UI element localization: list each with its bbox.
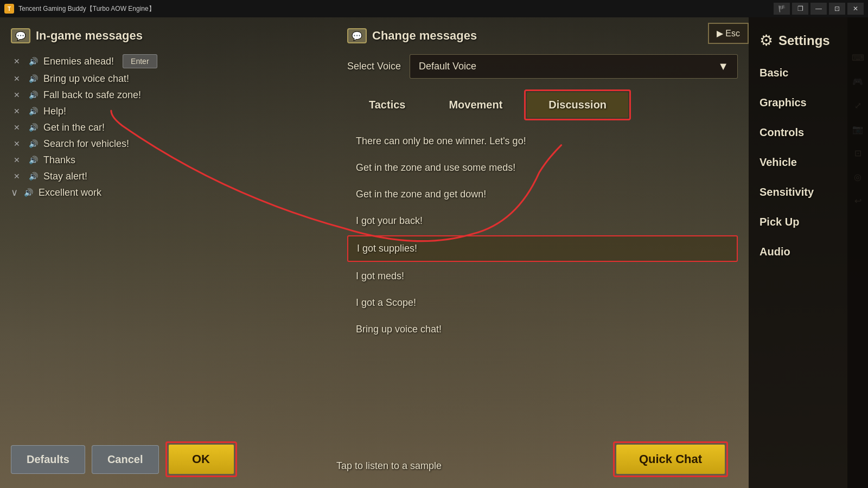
speaker-icon[interactable]: 🔊 (27, 121, 39, 133)
list-item: ✕ 🔊 Help! (11, 105, 326, 117)
voice-select-row: Select Voice Default Voice ▼ (347, 54, 738, 79)
left-panel-header: 💬 In-game messages (11, 28, 326, 43)
main-content: 💬 In-game messages ✕ 🔊 Enemies ahead! En… (0, 17, 868, 488)
list-item[interactable]: Get in the zone and use some meds! (347, 156, 738, 180)
close-button[interactable]: ✕ (847, 3, 864, 15)
enter-button[interactable]: Enter (123, 54, 157, 68)
nav-items: Basic Graphics Controls Vehicle Sensitiv… (749, 58, 868, 267)
titlebar: T Tencent Gaming Buddy【Turbo AOW Engine】… (0, 0, 868, 17)
message-list: ✕ 🔊 Enemies ahead! Enter ✕ 🔊 Bring up vo… (11, 54, 326, 198)
list-item: ✕ 🔊 Stay alert! (11, 170, 326, 182)
nav-item-pickup[interactable]: Pick Up (749, 207, 868, 237)
settings-header: ⚙ Settings (749, 23, 868, 58)
change-messages-title: Change messages (372, 29, 477, 43)
list-item[interactable]: I got your back! (347, 209, 738, 233)
speaker-icon[interactable]: 🔊 (27, 89, 39, 101)
message-text: Excellent work (39, 187, 101, 198)
maximize-button[interactable]: ⊡ (829, 3, 845, 15)
close-icon[interactable]: ✕ (11, 55, 23, 67)
titlebar-controls: 🏴 ❐ — ⊡ ✕ (774, 3, 864, 15)
message-text: Stay alert! (43, 171, 87, 182)
list-item: ✕ 🔊 Thanks (11, 154, 326, 166)
message-text: Bring up voice chat! (43, 73, 129, 85)
right-sidebar: ⚙ Settings Basic Graphics Controls Vehic… (749, 17, 868, 488)
app-icon: T (4, 4, 14, 14)
messages-icon: 💬 (11, 28, 30, 43)
close-icon[interactable]: ✕ (11, 138, 23, 150)
list-item-selected[interactable]: I got supplies! (347, 235, 738, 262)
speaker-icon[interactable]: 🔊 (27, 170, 39, 182)
center-panel: 💬 Change messages Select Voice Default V… (336, 17, 749, 488)
voice-select-value: Default Voice (419, 61, 476, 72)
voice-select-dropdown[interactable]: Default Voice ▼ (410, 54, 738, 79)
nav-item-graphics[interactable]: Graphics (749, 88, 868, 118)
message-options: There can only be one winner. Let's go! … (347, 129, 738, 342)
list-item: ✕ 🔊 Enemies ahead! Enter (11, 54, 326, 68)
expand-icon[interactable]: ∨ (11, 187, 18, 198)
restore-button[interactable]: ❐ (792, 3, 808, 15)
list-item: ✕ 🔊 Get in the car! (11, 121, 326, 133)
nav-item-vehicle[interactable]: Vehicle (749, 147, 868, 177)
message-text: Thanks (43, 155, 75, 166)
message-text: Enemies ahead! (43, 56, 114, 67)
change-messages-header: 💬 Change messages (347, 28, 738, 43)
nav-item-audio[interactable]: Audio (749, 237, 868, 267)
speaker-icon[interactable]: 🔊 (27, 73, 39, 85)
list-item: ✕ 🔊 Search for vehicles! (11, 138, 326, 150)
voice-select-label: Select Voice (347, 61, 401, 72)
minimize-button[interactable]: — (810, 3, 827, 15)
speaker-icon[interactable]: 🔊 (27, 105, 39, 117)
message-text: Get in the car! (43, 122, 105, 133)
gear-icon: ⚙ (760, 31, 773, 49)
list-item[interactable]: Bring up voice chat! (347, 317, 738, 342)
left-panel-title: In-game messages (36, 29, 143, 43)
list-item[interactable]: I got meds! (347, 264, 738, 288)
tab-discussion[interactable]: Discussion (527, 92, 628, 118)
tab-tactics[interactable]: Tactics (347, 89, 427, 120)
list-item: ✕ 🔊 Fall back to safe zone! (11, 89, 326, 101)
left-panel: 💬 In-game messages ✕ 🔊 Enemies ahead! En… (0, 17, 336, 488)
list-item[interactable]: There can only be one winner. Let's go! (347, 129, 738, 153)
list-item[interactable]: Get in the zone and get down! (347, 182, 738, 207)
list-item: ✕ 🔊 Bring up voice chat! (11, 73, 326, 85)
nav-item-sensitivity[interactable]: Sensitivity (749, 177, 868, 207)
dropdown-arrow-icon: ▼ (718, 60, 729, 73)
close-icon[interactable]: ✕ (11, 170, 23, 182)
nav-item-basic[interactable]: Basic (749, 58, 868, 88)
speaker-icon[interactable]: 🔊 (27, 154, 39, 166)
close-icon[interactable]: ✕ (11, 121, 23, 133)
close-icon[interactable]: ✕ (11, 105, 23, 117)
change-messages-icon: 💬 (347, 28, 367, 43)
close-icon[interactable]: ✕ (11, 89, 23, 101)
titlebar-title: Tencent Gaming Buddy【Turbo AOW Engine】 (18, 4, 774, 14)
list-item: ∨ 🔊 Excellent work (11, 187, 326, 198)
flag-button[interactable]: 🏴 (774, 3, 790, 15)
settings-title: Settings (778, 33, 830, 48)
tab-movement[interactable]: Movement (427, 89, 524, 120)
message-text: Fall back to safe zone! (43, 89, 141, 101)
list-item[interactable]: I got a Scope! (347, 291, 738, 315)
close-icon[interactable]: ✕ (11, 73, 23, 85)
active-tab-border: Discussion (524, 89, 631, 120)
tabs-row: Tactics Movement Discussion (347, 89, 738, 120)
speaker-icon[interactable]: 🔊 (27, 55, 39, 67)
nav-item-controls[interactable]: Controls (749, 118, 868, 147)
close-icon[interactable]: ✕ (11, 154, 23, 166)
message-text: Help! (43, 106, 66, 117)
speaker-icon[interactable]: 🔊 (22, 187, 34, 198)
speaker-icon[interactable]: 🔊 (27, 138, 39, 150)
message-text: Search for vehicles! (43, 138, 129, 150)
